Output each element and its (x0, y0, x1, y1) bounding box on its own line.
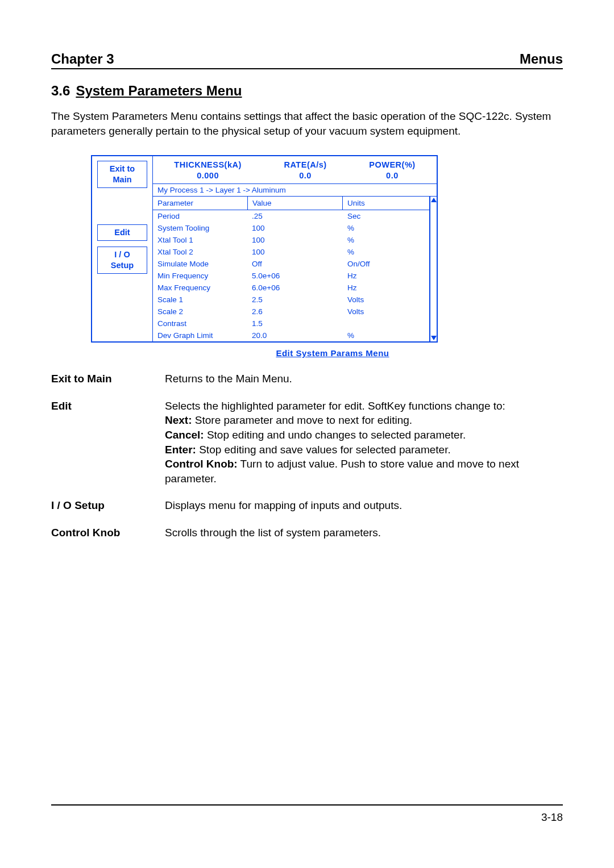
section-number: 3.6 (51, 83, 70, 98)
table-row[interactable]: Dev Graph Limit20.0% (153, 329, 429, 341)
col-value: Value (248, 197, 343, 210)
readout-value: 0.0 (299, 171, 312, 180)
desc-def: Displays menu for mapping of inputs and … (165, 498, 563, 513)
cell-value: 100 (247, 222, 343, 234)
device-screen: Exit to Main Edit I / O Setup THICKNESS(… (91, 155, 438, 343)
cell-units: % (343, 234, 429, 246)
cell-units: Volts (343, 294, 429, 306)
cell-units: On/Off (343, 258, 429, 270)
edit-next-b: Next: (165, 414, 192, 426)
cell-param: System Tooling (153, 222, 247, 234)
cell-param: Min Frequency (153, 270, 247, 282)
edit-enter-b: Enter: (165, 444, 196, 456)
softkey-label: I / O (114, 250, 130, 259)
readout-thickness: THICKNESS(kA) 0.000 (174, 160, 241, 181)
cell-units: Hz (343, 282, 429, 294)
col-units: Units (343, 197, 429, 210)
parameter-table[interactable]: Period.25SecSystem Tooling100%Xtal Tool … (153, 210, 429, 341)
desc-io: I / O Setup Displays menu for mapping of… (51, 498, 563, 513)
screen-main: THICKNESS(kA) 0.000 RATE(A/s) 0.0 POWER(… (152, 156, 437, 341)
readout-value: 0.0 (386, 171, 399, 180)
breadcrumb: My Process 1 -> Layer 1 -> Aluminum (153, 183, 437, 197)
edit-knob-b: Control Knob: (165, 458, 238, 470)
table-header: Parameter Value Units (153, 197, 429, 210)
cell-value: Off (247, 258, 343, 270)
cell-value: 20.0 (247, 329, 343, 341)
footer-rule (51, 804, 563, 806)
edit-lead: Selects the highlighted parameter for ed… (165, 400, 505, 412)
desc-def: Returns to the Main Menu. (165, 372, 563, 386)
readout-rate: RATE(A/s) 0.0 (284, 160, 326, 181)
table-row[interactable]: Simulate ModeOffOn/Off (153, 258, 429, 270)
screen-caption: Edit System Params Menu (102, 348, 563, 358)
cell-param: Xtal Tool 1 (153, 234, 247, 246)
table-row[interactable]: Xtal Tool 1100% (153, 234, 429, 246)
cell-units (343, 318, 429, 329)
cell-param: Scale 2 (153, 306, 247, 318)
cell-value: .25 (247, 210, 343, 222)
table-row[interactable]: Min Frequency5.0e+06Hz (153, 270, 429, 282)
col-parameter: Parameter (153, 197, 248, 210)
page-header: Chapter 3 Menus (51, 51, 563, 69)
cell-units: Volts (343, 306, 429, 318)
table-row[interactable]: Scale 22.6Volts (153, 306, 429, 318)
readout-value: 0.000 (197, 171, 219, 180)
softkey-label: Edit (114, 228, 130, 237)
cell-value: 100 (247, 246, 343, 258)
desc-term: I / O Setup (51, 498, 165, 513)
cell-value: 5.0e+06 (247, 270, 343, 282)
cell-value: 2.5 (247, 294, 343, 306)
desc-control-knob: Control Knob Scrolls through the list of… (51, 525, 563, 540)
cell-units: % (343, 222, 429, 234)
desc-term: Exit to Main (51, 372, 165, 386)
cell-param: Contrast (153, 318, 247, 329)
softkey-exit-to-main[interactable]: Exit to Main (97, 161, 147, 188)
cell-value: 2.6 (247, 306, 343, 318)
edit-cancel-t: Stop editing and undo changes to selecte… (204, 429, 466, 441)
chapter-label: Chapter 3 (51, 51, 114, 67)
readout-power: POWER(%) 0.0 (369, 160, 415, 181)
cell-units: Sec (343, 210, 429, 222)
softkey-column: Exit to Main Edit I / O Setup (92, 156, 152, 341)
section-title-text: System Parameters Menu (76, 83, 242, 98)
table-row[interactable]: Contrast1.5 (153, 318, 429, 329)
softkey-label: Main (113, 175, 131, 184)
scrollbar[interactable] (430, 197, 437, 341)
scroll-up-icon[interactable] (431, 198, 437, 202)
cell-value: 100 (247, 234, 343, 246)
cell-units: Hz (343, 270, 429, 282)
scroll-down-icon[interactable] (431, 336, 437, 340)
table-row[interactable]: Scale 12.5Volts (153, 294, 429, 306)
cell-param: Scale 1 (153, 294, 247, 306)
edit-enter-t: Stop editing and save values for selecte… (196, 444, 451, 456)
desc-edit: Edit Selects the highlighted parameter f… (51, 399, 563, 486)
softkey-label: Setup (111, 261, 134, 270)
cell-param: Simulate Mode (153, 258, 247, 270)
desc-def: Selects the highlighted parameter for ed… (165, 399, 563, 486)
softkey-io-setup[interactable]: I / O Setup (97, 247, 147, 274)
desc-term: Edit (51, 399, 165, 486)
readout-label: RATE(A/s) (284, 160, 326, 169)
softkey-edit[interactable]: Edit (97, 224, 147, 241)
softkey-label: Exit to (110, 164, 135, 173)
table-row[interactable]: Xtal Tool 2100% (153, 246, 429, 258)
section-heading: 3.6System Parameters Menu (51, 83, 563, 99)
cell-units: % (343, 246, 429, 258)
intro-paragraph: The System Parameters Menu contains sett… (51, 109, 563, 138)
table-row[interactable]: System Tooling100% (153, 222, 429, 234)
desc-exit: Exit to Main Returns to the Main Menu. (51, 372, 563, 386)
cell-value: 6.0e+06 (247, 282, 343, 294)
table-row[interactable]: Period.25Sec (153, 210, 429, 222)
chapter-right: Menus (520, 51, 563, 67)
cell-value: 1.5 (247, 318, 343, 329)
cell-param: Xtal Tool 2 (153, 246, 247, 258)
cell-param: Period (153, 210, 247, 222)
cell-param: Dev Graph Limit (153, 329, 247, 341)
readout-label: POWER(%) (369, 160, 415, 169)
cell-units: % (343, 329, 429, 341)
desc-def: Scrolls through the list of system param… (165, 525, 563, 540)
table-row[interactable]: Max Frequency6.0e+06Hz (153, 282, 429, 294)
desc-term: Control Knob (51, 525, 165, 540)
cell-param: Max Frequency (153, 282, 247, 294)
readout-label: THICKNESS(kA) (174, 160, 241, 169)
